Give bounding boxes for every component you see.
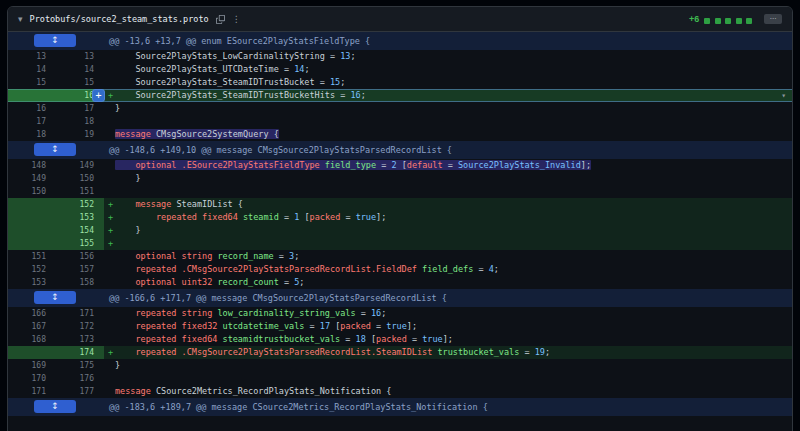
code-line: + [104, 237, 792, 250]
new-line-number[interactable]: 155 [56, 237, 104, 250]
code-line [104, 185, 792, 198]
old-line-number[interactable]: 13 [8, 50, 56, 63]
new-line-number[interactable]: 17 [56, 102, 104, 115]
context-line: 153158 optional uint32 record_count = 5; [8, 276, 792, 289]
new-line-number[interactable]: 18 [56, 115, 104, 128]
new-line-number[interactable]: 15 [56, 76, 104, 89]
new-line-number[interactable]: 175 [56, 359, 104, 372]
old-line-number[interactable]: 169 [8, 359, 56, 372]
code-line: + repeated .CMsgSource2PlayStatsParsedRe… [104, 346, 792, 359]
context-line: 1515 Source2PlayStats_SteamIDTrustBucket… [8, 76, 792, 89]
diff-marker [104, 102, 115, 115]
old-line-number[interactable]: 149 [8, 172, 56, 185]
new-line-number[interactable]: 174 [56, 346, 104, 359]
old-line-number[interactable]: 151 [8, 250, 56, 263]
hunk-gutter: ↕ [8, 398, 104, 416]
old-line-number[interactable]: 17 [8, 115, 56, 128]
code-text: repeated fixed64 steamidtrustbucket_vals… [115, 334, 453, 344]
line-number-gutter: 171177 [8, 385, 104, 398]
expand-hunk-button[interactable]: ↕ [34, 143, 76, 156]
old-line-number[interactable]: 18 [8, 128, 56, 141]
new-line-number[interactable]: 156 [56, 250, 104, 263]
old-line-number[interactable] [8, 237, 56, 250]
line-number-gutter: 152157 [8, 263, 104, 276]
diff-marker [104, 250, 115, 263]
expand-hunk-button[interactable]: ↕ [34, 291, 76, 304]
added-line: 174+ repeated .CMsgSource2PlayStatsParse… [8, 346, 792, 359]
new-line-number[interactable]: 171 [56, 307, 104, 320]
line-number-gutter: 1313 [8, 50, 104, 63]
new-line-number[interactable]: 177 [56, 385, 104, 398]
code-text: message SteamIDList { [115, 199, 243, 209]
line-number-gutter: 1617 [8, 102, 104, 115]
added-line: 153+ repeated fixed64 steamid = 1 [packe… [8, 211, 792, 224]
copy-path-icon[interactable] [216, 15, 225, 24]
code-line: + repeated fixed64 steamid = 1 [packed =… [104, 211, 792, 224]
new-line-number[interactable]: 173 [56, 333, 104, 346]
context-line: 151156 optional string record_name = 3; [8, 250, 792, 263]
new-line-number[interactable]: 152 [56, 198, 104, 211]
file-name: Protobufs/source2_steam_stats.proto [30, 14, 209, 24]
new-line-number[interactable]: 13 [56, 50, 104, 63]
context-line: 168173 repeated fixed64 steamidtrustbuck… [8, 333, 792, 346]
context-line: 171177 message CSource2Metrics_RecordPla… [8, 385, 792, 398]
line-number-gutter: 1718 [8, 115, 104, 128]
line-number-gutter: 153 [8, 211, 104, 224]
expand-hunk-button[interactable]: ↕ [34, 400, 76, 413]
code-text: Source2PlayStats_UTCDateTime = 14; [115, 64, 310, 74]
file-overflow-button[interactable]: ⋯ [764, 14, 782, 24]
new-line-number[interactable]: 19 [56, 128, 104, 141]
new-line-number[interactable]: 153 [56, 211, 104, 224]
old-line-number[interactable]: 166 [8, 307, 56, 320]
new-line-number[interactable]: 154 [56, 224, 104, 237]
new-line-number[interactable]: 150 [56, 172, 104, 185]
line-menu-caret-icon[interactable]: ▾ [781, 89, 786, 102]
line-number-gutter: 1414 [8, 63, 104, 76]
diff-marker [104, 276, 115, 289]
new-line-number[interactable]: 151 [56, 185, 104, 198]
add-comment-button[interactable]: + [92, 89, 105, 102]
old-line-number[interactable]: 14 [8, 63, 56, 76]
code-text: } [115, 103, 120, 113]
hunk-header-row: ↕ @@ -148,6 +149,10 @@ message CMsgSourc… [8, 141, 792, 159]
diffstat-square [746, 18, 752, 24]
code-text: optional .ESource2PlayStatsFieldType fie… [115, 160, 591, 170]
new-line-number[interactable]: 158 [56, 276, 104, 289]
diffstat-square [704, 18, 710, 24]
old-line-number[interactable] [8, 224, 56, 237]
code-line: Source2PlayStats_LowCardinalityString = … [104, 50, 792, 63]
new-line-number[interactable]: 149 [56, 159, 104, 172]
context-line: 148149 optional .ESource2PlayStatsFieldT… [8, 159, 792, 172]
old-line-number[interactable]: 15 [8, 76, 56, 89]
hunk-gutter: ↕ [8, 32, 104, 50]
old-line-number[interactable] [8, 198, 56, 211]
old-line-number[interactable]: 167 [8, 320, 56, 333]
old-line-number[interactable]: 170 [8, 372, 56, 385]
old-line-number[interactable] [8, 346, 56, 359]
file-menu-kebab-icon[interactable]: ⋮ [232, 14, 241, 24]
old-line-number[interactable]: 148 [8, 159, 56, 172]
expand-hunk-button[interactable]: ↕ [34, 34, 76, 47]
context-line: 169175 } [8, 359, 792, 372]
code-text: repeated .CMsgSource2PlayStatsParsedReco… [115, 347, 550, 357]
old-line-number[interactable]: 171 [8, 385, 56, 398]
old-line-number[interactable] [8, 211, 56, 224]
code-text: message CMsgSource2SystemQuery { [115, 129, 279, 139]
old-line-number[interactable]: 168 [8, 333, 56, 346]
new-line-number[interactable]: 172 [56, 320, 104, 333]
code-text: Source2PlayStats_SteamIDTrustBucket = 15… [115, 77, 345, 87]
old-line-number[interactable]: 152 [8, 263, 56, 276]
collapse-file-chevron-icon[interactable]: ▾ [18, 14, 23, 24]
old-line-number[interactable]: 150 [8, 185, 56, 198]
old-line-number[interactable]: 16 [8, 102, 56, 115]
new-line-number[interactable]: 14 [56, 63, 104, 76]
new-line-number[interactable]: 157 [56, 263, 104, 276]
old-line-number[interactable] [8, 89, 56, 102]
hunk-header-row: ↕ @@ -166,6 +171,7 @@ message CMsgSource… [8, 289, 792, 307]
old-line-number[interactable]: 153 [8, 276, 56, 289]
new-line-number[interactable]: 176 [56, 372, 104, 385]
diff-marker: + [104, 237, 115, 250]
code-text: repeated .CMsgSource2PlayStatsParsedReco… [115, 264, 499, 274]
diff-marker [104, 185, 115, 198]
hunk-gutter: ↕ [8, 141, 104, 159]
